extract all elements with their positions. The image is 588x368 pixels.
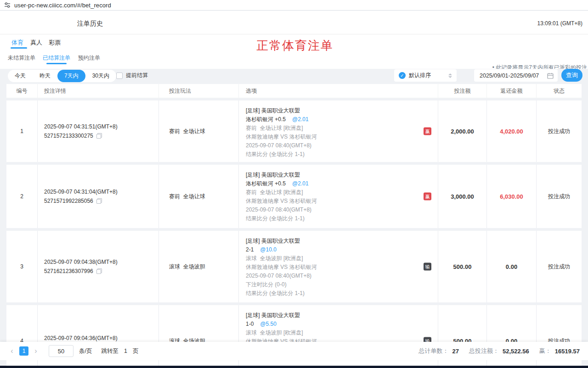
option-match: 休斯敦迪纳摩 VS 洛杉矶银河 [246, 263, 438, 272]
header-play: 投注玩法 [159, 84, 239, 98]
date-range-picker[interactable]: 2025/09/01-2025/09/07 [474, 69, 558, 82]
watermark-text: 正常体育注单 [256, 38, 334, 54]
bet-status: 投注成功 [537, 231, 582, 302]
pill-today[interactable]: 今天 [8, 70, 33, 82]
jump-page-value[interactable]: 1 [124, 348, 127, 354]
option-league: [足球] 美国职业大联盟 [246, 106, 438, 115]
bet-id: 5271572133300275 [44, 131, 93, 140]
url-text[interactable]: user-pc-new.ciiicc.com/#/bet_record [14, 2, 111, 9]
tab-sports[interactable]: 体育 [11, 39, 23, 47]
option-league: [足球] 美国职业大联盟 [246, 237, 438, 245]
sort-dropdown[interactable]: ✓ 默认排序 [394, 69, 457, 82]
header-payout: 返还金额 [487, 84, 537, 98]
table-header: 编号 投注详情 投注玩法 选项 投注额 返还金额 状态 [6, 84, 582, 98]
option-match-time: 2025-09-07 08:40(GMT+8) [246, 272, 438, 280]
bet-time: 2025-09-07 09:04:36(GMT+8) [44, 334, 158, 343]
tab-sports-underline [11, 47, 27, 49]
next-page-button[interactable]: › [32, 347, 40, 355]
subtab-settled-underline [46, 63, 67, 64]
date-range-value: 2025/09/01-2025/09/07 [480, 72, 539, 79]
table-row: 3 2025-09-07 09:04:38(GMT+8) 52716212363… [6, 231, 582, 302]
bottom-dark-bar [0, 366, 588, 368]
option-selection: 2-1 [246, 246, 254, 253]
search-button[interactable]: 查询 [561, 69, 582, 82]
header-status: 状态 [537, 84, 582, 98]
option-selection: 洛杉矶银河 +0.5 [246, 180, 286, 187]
option-match: 休斯敦迪纳摩 VS 洛杉矶银河 [246, 197, 438, 206]
pill-7days[interactable]: 7天内 [57, 70, 85, 82]
browser-address-bar[interactable]: user-pc-new.ciiicc.com/#/bet_record [0, 0, 588, 11]
stake-amount: 2,000.00 [438, 100, 487, 162]
bet-option-cell: [足球] 美国职业大联盟 2-1@10.0 滚球 全场波胆 [欧洲盘] 休斯敦迪… [239, 231, 438, 302]
date-range-pills: 今天 昨天 7天内 30天内 [8, 70, 116, 82]
tab-lottery[interactable]: 彩票 [49, 39, 61, 47]
early-settle-label: 提前结算 [126, 72, 148, 79]
option-result: 结果比分 (全场比分 1-1) [246, 150, 438, 159]
bet-detail-cell: 2025-09-07 04:31:51(GMT+8) 5271572133300… [38, 100, 159, 162]
total-count-value: 27 [452, 348, 458, 355]
tab-live[interactable]: 真人 [30, 39, 42, 47]
bet-play: 赛前 全场让球 [159, 165, 239, 228]
total-stake-label: 总投注额： [469, 347, 499, 355]
copy-icon[interactable] [96, 198, 102, 204]
calendar-icon [547, 72, 554, 79]
bet-detail-cell: 2025-09-07 09:04:38(GMT+8) 5271621236307… [38, 231, 159, 302]
subtab-reserved[interactable]: 预约注单 [78, 54, 100, 62]
total-stake-value: 52,522.56 [503, 348, 529, 355]
bet-number: 1 [6, 100, 38, 162]
prev-page-button[interactable]: ‹ [8, 347, 16, 355]
check-circle-icon: ✓ [399, 72, 406, 79]
bet-time: 2025-09-07 04:31:51(GMT+8) [44, 122, 158, 131]
copy-icon[interactable] [96, 268, 102, 274]
payout-amount: 0.00 [487, 231, 537, 302]
bet-play: 赛前 全场让球 [159, 100, 239, 162]
pill-yesterday[interactable]: 昨天 [33, 70, 57, 82]
header-detail: 投注详情 [38, 84, 159, 98]
bet-option-cell: [足球] 美国职业大联盟 洛杉矶银河 +0.5@2.01 赛前 全场让球 [欧洲… [239, 100, 438, 162]
checkbox-icon[interactable] [116, 72, 123, 79]
bet-play: 滚球 全场波胆 [159, 231, 239, 302]
bet-number: 2 [6, 165, 38, 228]
total-win-value: 16519.57 [555, 348, 580, 355]
stake-amount: 3,000.00 [438, 165, 487, 228]
subtab-settled[interactable]: 已结算注单 [43, 54, 70, 62]
total-win-label: 赢： [539, 347, 551, 355]
page-title: 注单历史 [77, 20, 103, 28]
option-match: 休斯敦迪纳摩 VS 洛杉矶银河 [246, 133, 438, 141]
option-odds: @2.01 [292, 180, 309, 187]
totals-summary: 总计单数： 27 总投注额： 52,522.56 赢： 16519.57 [408, 347, 580, 355]
option-market: 滚球 全场波胆 [欧洲盘] [246, 254, 438, 263]
page-size-input[interactable] [49, 345, 74, 357]
bet-status: 投注成功 [537, 165, 582, 228]
bet-id: 5271571992285056 [44, 196, 93, 206]
site-settings-icon[interactable] [4, 2, 11, 8]
option-league: [足球] 美国职业大联盟 [246, 311, 438, 320]
jump-to-label: 跳转至 [101, 347, 119, 355]
header-no: 编号 [6, 84, 38, 98]
payout-amount: 6,030.00 [487, 165, 537, 228]
option-league: [足球] 美国职业大联盟 [246, 171, 438, 179]
bet-status: 投注成功 [537, 100, 582, 162]
total-count-label: 总计单数： [418, 347, 448, 355]
page-unit-label: 页 [133, 347, 139, 355]
page-header: 注单历史 13:09:01 (GMT+8) [0, 11, 588, 34]
early-settle-checkbox[interactable]: 提前结算 [116, 72, 148, 79]
option-match-time: 2025-09-07 08:40(GMT+8) [246, 141, 438, 150]
option-match-time: 2025-09-07 08:40(GMT+8) [246, 206, 438, 214]
subtab-unsettled[interactable]: 未结算注单 [8, 54, 35, 62]
bet-id: 5271621236307996 [44, 267, 93, 276]
option-result: 结果比分 (全场比分 1-1) [246, 289, 438, 298]
bet-time: 2025-09-07 09:04:38(GMT+8) [44, 257, 158, 267]
win-badge: 赢 [424, 193, 431, 201]
option-selection: 1-0 [246, 321, 254, 327]
copy-icon[interactable] [96, 133, 102, 139]
pill-30days[interactable]: 30天内 [85, 70, 116, 82]
option-odds: @2.01 [292, 116, 309, 123]
payout-amount: 4,020.00 [487, 100, 537, 162]
bet-time: 2025-09-07 04:31:04(GMT+8) [44, 187, 158, 196]
per-page-label: 条/页 [79, 347, 92, 355]
current-page-button[interactable]: 1 [19, 346, 28, 356]
lose-badge: 输 [424, 263, 431, 271]
option-odds: @5.50 [260, 321, 277, 327]
bet-number: 3 [6, 231, 38, 302]
